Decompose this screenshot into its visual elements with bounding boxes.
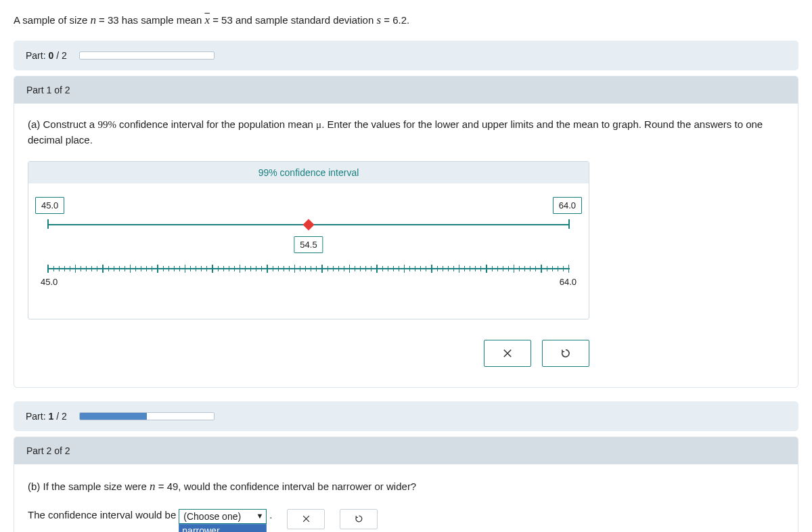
math-xbar: x — [204, 14, 210, 26]
text: has sample mean — [122, 14, 205, 26]
clear-button[interactable] — [484, 340, 531, 367]
undo-icon — [354, 514, 364, 524]
undo-icon — [560, 347, 572, 359]
answer-suffix: . — [269, 509, 272, 520]
width-choice-dropdown[interactable]: (Choose one) — [179, 509, 267, 524]
progress-header-0: Part: 0 / 2 — [14, 41, 798, 70]
answer-prefix: The confidence interval would be — [28, 509, 176, 520]
part-1-question: (a) Construct a 99% confidence interval … — [28, 117, 784, 148]
progress-label: Part: 0 / 2 — [26, 50, 67, 61]
text: . — [407, 14, 409, 26]
part-1-container: Part 1 of 2 (a) Construct a 99% confiden… — [14, 76, 798, 388]
progress-label: Part: 1 / 2 — [26, 411, 67, 422]
close-icon — [501, 347, 514, 359]
text: = 33 — [96, 14, 119, 26]
text: and sample standard deviation — [235, 14, 376, 26]
math-n: n — [90, 14, 96, 26]
mean-input[interactable]: 54.5 — [294, 236, 323, 253]
part-2-question: (b) If the sample size were n = 49, woul… — [28, 478, 784, 495]
text: = 53 — [210, 14, 233, 26]
progress-bar — [79, 51, 215, 60]
ci-graph: 99% confidence interval 45.0 64.0 54.5 4… — [28, 161, 589, 319]
text: A sample of size — [14, 14, 90, 26]
dropdown-options: narrower wider — [179, 524, 267, 533]
axis-max-label: 64.0 — [560, 277, 577, 287]
progress-header-1: Part: 1 / 2 — [14, 401, 798, 431]
clear-button-small[interactable] — [287, 509, 325, 529]
ci-graph-title: 99% confidence interval — [28, 162, 589, 183]
tick-marks — [47, 265, 570, 273]
close-icon — [301, 514, 311, 524]
part-2-container: Part 2 of 2 (b) If the sample size were … — [14, 437, 798, 532]
lower-limit-input[interactable]: 45.0 — [35, 197, 64, 214]
part-2-header: Part 2 of 2 — [14, 437, 798, 464]
part-1-header: Part 1 of 2 — [14, 76, 798, 104]
part-2-answer-line: The confidence interval would be (Choose… — [28, 509, 784, 533]
upper-limit-input[interactable]: 64.0 — [553, 197, 582, 214]
part1-action-buttons — [28, 340, 589, 367]
progress-bar — [79, 412, 215, 420]
problem-statement: A sample of size n = 33 has sample mean … — [14, 14, 798, 27]
progress-fill — [80, 413, 147, 420]
text: = 6.2 — [381, 14, 407, 26]
reset-button-small[interactable] — [340, 509, 378, 529]
reset-button[interactable] — [542, 340, 589, 367]
mean-marker-icon[interactable] — [303, 219, 315, 231]
dropdown-option-narrower[interactable]: narrower — [179, 525, 266, 533]
axis-min-label: 45.0 — [41, 277, 58, 287]
